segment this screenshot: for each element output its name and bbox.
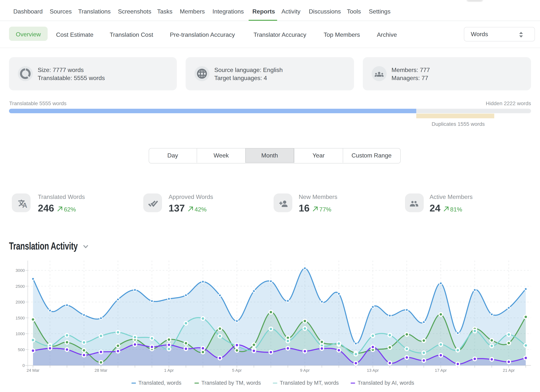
svg-text:1000: 1000 <box>15 332 25 336</box>
svg-text:13 Apr: 13 Apr <box>367 368 379 373</box>
svg-text:17 Apr: 17 Apr <box>435 368 447 373</box>
svg-text:9 Apr: 9 Apr <box>300 368 310 373</box>
svg-text:3000: 3000 <box>15 268 25 273</box>
svg-text:21 Apr: 21 Apr <box>503 368 515 373</box>
svg-text:24 Mar: 24 Mar <box>27 368 39 373</box>
svg-text:A: A <box>22 202 27 209</box>
svg-text:2500: 2500 <box>15 284 25 289</box>
svg-text:2000: 2000 <box>15 300 25 304</box>
svg-text:5 Apr: 5 Apr <box>232 368 242 373</box>
svg-text:500: 500 <box>18 347 25 352</box>
svg-text:0: 0 <box>22 363 25 368</box>
svg-text:1 Apr: 1 Apr <box>164 368 174 373</box>
svg-text:28 Mar: 28 Mar <box>95 368 107 373</box>
svg-text:1500: 1500 <box>15 316 25 320</box>
